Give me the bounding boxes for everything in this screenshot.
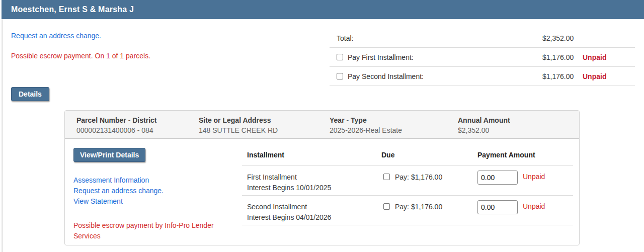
summary-row-total: Total: $2,352.00: [330, 29, 635, 48]
annual-amount-label: Annual Amount: [458, 115, 579, 125]
second-installment-amount: $1,176.00: [542, 72, 574, 80]
annual-amount-value: $2,352.00: [458, 125, 579, 135]
installment-table-header: Installment Due Payment Amount: [242, 139, 573, 166]
due-cell: Pay: $1,176.00: [376, 172, 472, 193]
escrow-alert: Possible escrow payment. On 1 of 1 parce…: [11, 51, 150, 61]
installment-name: Second Installment: [247, 202, 376, 212]
page-left-edge: [2, 19, 3, 252]
due-amount-text: Pay: $1,176.00: [395, 203, 442, 211]
view-statement-link[interactable]: View Statement: [73, 196, 239, 207]
pay-first-installment-label: Pay First Installment:: [348, 53, 414, 61]
installment-name: First Installment: [247, 172, 376, 183]
parcel-actions: View/Print Details Assessment Informatio…: [73, 148, 239, 241]
due-amount-text: Pay: $1,176.00: [395, 173, 442, 181]
first-installment-payment-input[interactable]: [477, 171, 518, 185]
pay-second-installment-label: Pay Second Installment:: [348, 72, 424, 80]
year-type-column: Year - Type 2025-2026-Real Estate: [330, 115, 458, 138]
due-column-header: Due: [376, 151, 472, 165]
taxpayer-title-bar: Moestchen, Ernst S & Marsha J: [2, 0, 644, 19]
interest-begins-text: Interest Begins 04/01/2026: [247, 212, 376, 223]
request-address-change-link[interactable]: Request an address change.: [73, 186, 239, 196]
payment-summary: Total: $2,352.00 Pay First Installment: …: [330, 29, 635, 86]
second-installment-row-status: Unpaid: [523, 202, 545, 210]
payment-amount-cell: Unpaid: [472, 202, 573, 223]
pay-second-installment-row-checkbox[interactable]: [383, 203, 390, 210]
details-button[interactable]: Details: [11, 87, 49, 101]
second-installment-payment-input[interactable]: [477, 200, 518, 214]
summary-row-second-installment: Pay Second Installment: $1,176.00 Unpaid: [330, 67, 635, 86]
parcel-number-column: Parcel Number - District 000002131400006…: [76, 115, 199, 138]
address-change-link[interactable]: Request an address change.: [11, 31, 101, 41]
second-installment-row: Second Installment Interest Begins 04/01…: [242, 196, 573, 225]
page-title: Moestchen, Ernst S & Marsha J: [11, 5, 134, 14]
pay-first-installment-checkbox[interactable]: [337, 54, 343, 60]
annual-amount-column: Annual Amount $2,352.00: [458, 115, 579, 138]
payment-amount-cell: Unpaid: [472, 172, 573, 193]
site-address-column: Site or Legal Address 148 SUTTLE CREEK R…: [199, 115, 330, 138]
parcel-details-panel: Parcel Number - District 000002131400006…: [64, 110, 580, 245]
pay-first-installment-row-checkbox[interactable]: [383, 174, 390, 180]
parcel-number-label: Parcel Number - District: [76, 115, 199, 125]
installment-name-cell: Second Installment Interest Begins 04/01…: [242, 202, 376, 223]
first-installment-row: First Installment Interest Begins 10/01/…: [242, 166, 573, 196]
installment-name-cell: First Installment Interest Begins 10/01/…: [242, 172, 376, 193]
parcel-body: View/Print Details Assessment Informatio…: [65, 139, 579, 245]
parcel-links: Assessment Information Request an addres…: [73, 175, 239, 207]
assessment-information-link[interactable]: Assessment Information: [73, 175, 239, 186]
pay-second-installment-checkbox[interactable]: [337, 73, 343, 79]
interest-begins-text: Interest Begins 10/01/2025: [247, 183, 376, 193]
first-installment-status-badge: Unpaid: [583, 53, 606, 61]
first-installment-amount: $1,176.00: [542, 53, 574, 61]
installment-table: Installment Due Payment Amount First Ins…: [242, 139, 573, 225]
site-address-label: Site or Legal Address: [199, 115, 330, 125]
total-amount: $2,352.00: [542, 34, 574, 42]
view-print-details-button[interactable]: View/Print Details: [73, 148, 145, 162]
parcel-header: Parcel Number - District 000002131400006…: [65, 111, 579, 139]
second-installment-status-badge: Unpaid: [583, 72, 606, 80]
parcel-number-value: 000002131400006 - 084: [76, 125, 199, 135]
due-cell: Pay: $1,176.00: [376, 202, 472, 223]
installment-column-header: Installment: [242, 151, 376, 165]
year-type-label: Year - Type: [330, 115, 458, 125]
payment-amount-column-header: Payment Amount: [472, 151, 573, 165]
total-label: Total:: [337, 34, 353, 42]
summary-row-first-installment: Pay First Installment: $1,176.00 Unpaid: [330, 48, 635, 67]
site-address-value: 148 SUTTLE CREEK RD: [199, 125, 330, 135]
first-installment-row-status: Unpaid: [523, 172, 545, 181]
year-type-value: 2025-2026-Real Estate: [330, 125, 458, 135]
lender-escrow-alert: Possible escrow payment by Info-Pro Lend…: [73, 220, 224, 241]
page: Moestchen, Ernst S & Marsha J Request an…: [0, 0, 644, 252]
